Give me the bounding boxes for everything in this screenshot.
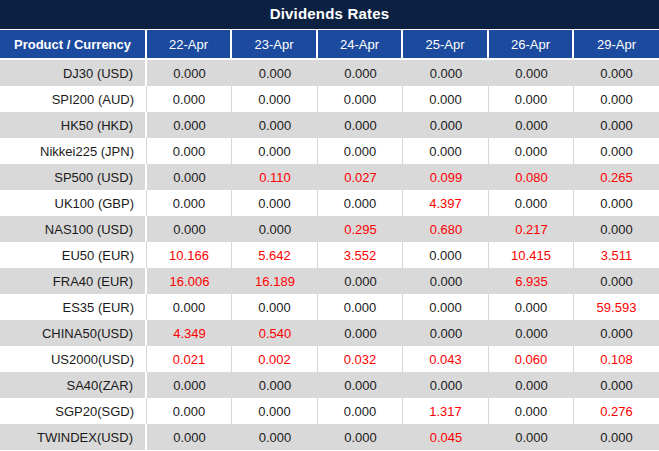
- dividend-value: 10.166: [147, 242, 232, 268]
- product-label: US2000(USD): [0, 346, 147, 372]
- dividend-value: 0.000: [574, 320, 659, 346]
- dividend-value: 0.000: [232, 112, 318, 138]
- dividends-rates-table: Product / Currency 22-Apr 23-Apr 24-Apr …: [0, 30, 659, 450]
- dividend-value: 0.000: [403, 138, 489, 164]
- dividend-value: 0.000: [232, 424, 318, 450]
- dividend-value: 0.000: [147, 398, 232, 424]
- dividend-value: 0.000: [147, 190, 232, 216]
- dividend-value: 0.000: [318, 372, 403, 398]
- dividend-value: 0.000: [232, 86, 318, 112]
- product-label: FRA40 (EUR): [0, 268, 147, 294]
- dividend-value: 4.349: [147, 320, 232, 346]
- dividend-value: 0.000: [574, 424, 659, 450]
- dividend-value: 0.000: [232, 294, 318, 320]
- dividend-value: 59.593: [574, 294, 659, 320]
- dividend-value: 0.108: [574, 346, 659, 372]
- dividend-value: 0.000: [403, 372, 489, 398]
- dividend-value: 0.265: [574, 164, 659, 190]
- product-label: NAS100 (USD): [0, 216, 147, 242]
- dividend-value: 0.000: [318, 320, 403, 346]
- column-header-22-apr: 22-Apr: [147, 30, 232, 60]
- dividend-value: 0.032: [318, 346, 403, 372]
- dividend-value: 0.110: [232, 164, 318, 190]
- dividend-value: 0.000: [147, 112, 232, 138]
- dividend-value: 0.000: [232, 190, 318, 216]
- dividends-rates-panel: Dividends Rates Product / Currency 22-Ap…: [0, 0, 659, 451]
- dividend-value: 0.000: [232, 138, 318, 164]
- dividend-value: 0.060: [489, 346, 574, 372]
- table-row: US2000(USD)0.0210.0020.0320.0430.0600.10…: [0, 346, 659, 372]
- dividend-value: 0.000: [147, 294, 232, 320]
- product-label: DJ30 (USD): [0, 60, 147, 86]
- dividend-value: 0.002: [232, 346, 318, 372]
- column-header-29-apr: 29-Apr: [574, 30, 659, 60]
- dividend-value: 0.000: [489, 294, 574, 320]
- table-header: Product / Currency 22-Apr 23-Apr 24-Apr …: [0, 30, 659, 60]
- product-label: CHINA50(USD): [0, 320, 147, 346]
- dividend-value: 0.000: [489, 424, 574, 450]
- dividend-value: 10.415: [489, 242, 574, 268]
- table-row: HK50 (HKD)0.0000.0000.0000.0000.0000.000: [0, 112, 659, 138]
- dividend-value: 0.000: [318, 294, 403, 320]
- product-label: HK50 (HKD): [0, 112, 147, 138]
- dividend-value: 0.000: [574, 138, 659, 164]
- dividend-value: 0.000: [403, 86, 489, 112]
- dividend-value: 0.000: [318, 190, 403, 216]
- dividend-value: 0.000: [403, 294, 489, 320]
- dividend-value: 0.000: [489, 372, 574, 398]
- dividend-value: 0.080: [489, 164, 574, 190]
- dividend-value: 0.000: [403, 60, 489, 86]
- product-label: SPI200 (AUD): [0, 86, 147, 112]
- header-row: Product / Currency 22-Apr 23-Apr 24-Apr …: [0, 30, 659, 60]
- page-title: Dividends Rates: [0, 0, 659, 30]
- dividend-value: 0.000: [318, 60, 403, 86]
- table-row: UK100 (GBP)0.0000.0000.0004.3970.0000.00…: [0, 190, 659, 216]
- dividend-value: 16.006: [147, 268, 232, 294]
- dividend-value: 0.045: [403, 424, 489, 450]
- dividend-value: 0.000: [489, 320, 574, 346]
- dividend-value: 0.217: [489, 216, 574, 242]
- table-row: SPI200 (AUD)0.0000.0000.0000.0000.0000.0…: [0, 86, 659, 112]
- dividend-value: 0.000: [403, 320, 489, 346]
- product-label: SA40(ZAR): [0, 372, 147, 398]
- table-row: CHINA50(USD)4.3490.5400.0000.0000.0000.0…: [0, 320, 659, 346]
- dividend-value: 0.027: [318, 164, 403, 190]
- table-row: NAS100 (USD)0.0000.0000.2950.6800.2170.0…: [0, 216, 659, 242]
- column-header-24-apr: 24-Apr: [318, 30, 403, 60]
- column-header-25-apr: 25-Apr: [403, 30, 489, 60]
- dividend-value: 0.000: [403, 112, 489, 138]
- product-label: SGP20(SGD): [0, 398, 147, 424]
- dividend-value: 0.000: [232, 398, 318, 424]
- dividend-value: 3.552: [318, 242, 403, 268]
- dividend-value: 0.000: [403, 268, 489, 294]
- dividend-value: 0.276: [574, 398, 659, 424]
- dividend-value: 0.000: [574, 60, 659, 86]
- dividend-value: 0.000: [147, 424, 232, 450]
- dividend-value: 0.000: [574, 190, 659, 216]
- column-header-product-currency: Product / Currency: [0, 30, 147, 60]
- dividend-value: 0.043: [403, 346, 489, 372]
- dividend-value: 0.021: [147, 346, 232, 372]
- table-row: SGP20(SGD)0.0000.0000.0001.3170.0000.276: [0, 398, 659, 424]
- dividend-value: 0.000: [318, 112, 403, 138]
- dividend-value: 0.295: [318, 216, 403, 242]
- dividend-value: 0.000: [147, 86, 232, 112]
- dividend-value: 1.317: [403, 398, 489, 424]
- dividend-value: 0.000: [147, 216, 232, 242]
- dividend-value: 0.000: [147, 138, 232, 164]
- dividend-value: 0.000: [489, 60, 574, 86]
- dividend-value: 0.000: [574, 372, 659, 398]
- dividend-value: 0.000: [489, 398, 574, 424]
- table-body: DJ30 (USD)0.0000.0000.0000.0000.0000.000…: [0, 60, 659, 450]
- product-label: EU50 (EUR): [0, 242, 147, 268]
- product-label: UK100 (GBP): [0, 190, 147, 216]
- dividend-value: 0.000: [574, 86, 659, 112]
- dividend-value: 0.000: [489, 86, 574, 112]
- dividend-value: 0.000: [318, 268, 403, 294]
- dividend-value: 0.000: [489, 112, 574, 138]
- dividend-value: 0.000: [489, 190, 574, 216]
- dividend-value: 0.000: [489, 138, 574, 164]
- dividend-value: 5.642: [232, 242, 318, 268]
- dividend-value: 0.000: [147, 60, 232, 86]
- dividend-value: 0.000: [574, 268, 659, 294]
